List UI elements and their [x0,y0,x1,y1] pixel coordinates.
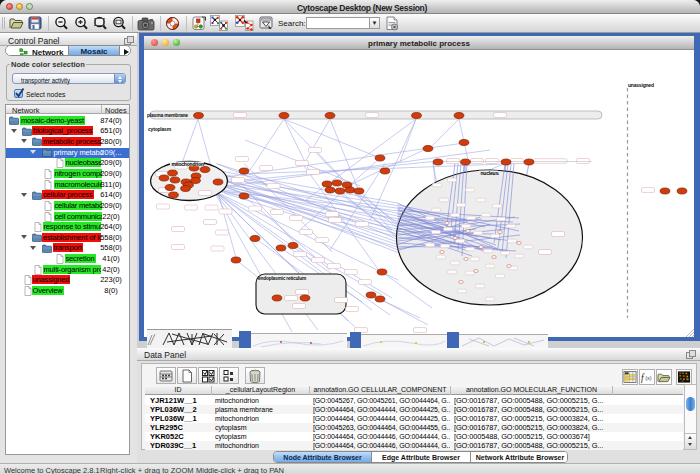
svg-text:(x): (x) [645,375,652,381]
svg-text:nucleus: nucleus [481,170,499,176]
svg-text:mitochondrion: mitochondrion [172,161,205,167]
svg-text:endoplasmic reticulum: endoplasmic reticulum [258,276,306,281]
svg-text:unassigned: unassigned [628,82,654,88]
svg-text:plasma membrane: plasma membrane [147,112,188,118]
svg-text:cytoplasm: cytoplasm [148,126,172,132]
